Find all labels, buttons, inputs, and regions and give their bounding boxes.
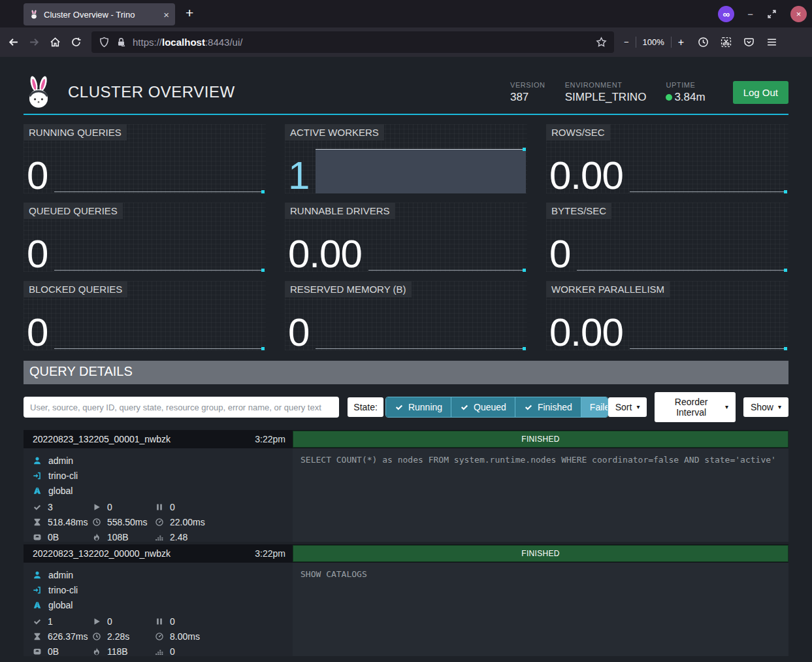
query-text[interactable]: SELECT COUNT(*) as nodes FROM system.run… — [293, 448, 788, 542]
chevron-down-icon: ▾ — [778, 404, 781, 410]
state-failed-dropdown[interactable]: Failed ▾ — [581, 397, 608, 417]
home-button[interactable] — [50, 37, 61, 48]
tab-title: Cluster Overview - Trino — [44, 10, 158, 20]
query-row: 20220823_132205_00001_nwbzk 3:22pm FINIS… — [24, 430, 788, 542]
query-time: 3:22pm — [255, 434, 285, 444]
panel-runnable-drivers: RUNNABLE DRIVERS 0.00 — [285, 203, 527, 272]
panel-label: ACTIVE WORKERS — [285, 124, 384, 141]
query-id-link[interactable]: 20220823_132202_00000_nwbzk — [33, 548, 171, 559]
window-restore-button[interactable] — [766, 8, 777, 20]
panel-label: ROWS/SEC — [546, 124, 610, 141]
panel-blocked-queries: BLOCKED QUERIES 0 — [24, 281, 266, 350]
sparkline — [316, 297, 527, 350]
running-splits-play-icon — [92, 503, 101, 512]
parallelism: 2.48 — [170, 532, 187, 542]
cumulative-memory-fire-icon — [92, 533, 101, 542]
environment-label: ENVIRONMENT — [565, 81, 647, 89]
panel-bytes-sec: BYTES/SEC 0 — [546, 203, 788, 272]
url-bar[interactable]: https://localhost:8443/ui/ — [91, 31, 614, 53]
resource-group-road-icon — [33, 601, 42, 610]
uptime-label: UPTIME — [666, 81, 705, 89]
panel-label: BYTES/SEC — [546, 203, 611, 219]
state-button-label: Queued — [474, 402, 506, 412]
query-resource-group: global — [48, 600, 73, 610]
state-queued-button[interactable]: Queued — [451, 397, 515, 417]
query-status-badge: FINISHED — [293, 431, 788, 448]
history-clock-icon[interactable] — [698, 37, 709, 48]
elapsed-time: 558.50ms — [107, 517, 147, 527]
panel-label: RUNNING QUERIES — [24, 124, 127, 141]
cumulative-memory-fire-icon — [92, 647, 101, 656]
wall-time-hourglass-icon — [33, 518, 42, 527]
panel-active-workers: ACTIVE WORKERS 1 — [285, 124, 527, 193]
queued-splits: 0 — [170, 502, 175, 512]
sparkline — [630, 297, 788, 350]
panel-worker-parallelism: WORKER PARALLELISM 0.00 — [546, 281, 788, 350]
show-dropdown[interactable]: Show ▾ — [743, 397, 788, 417]
source-signin-icon — [33, 471, 42, 480]
url-path: :8443/ui/ — [205, 37, 243, 48]
sort-dropdown[interactable]: Sort ▾ — [608, 397, 647, 417]
zoom-out-button[interactable]: − — [624, 37, 629, 47]
connection-lock-icon[interactable] — [116, 37, 127, 48]
wall-time: 626.37ms — [48, 631, 88, 642]
window-close-button[interactable]: × — [790, 6, 807, 22]
sparkline — [54, 219, 266, 272]
query-status-badge: FINISHED — [293, 545, 788, 562]
trino-page: CLUSTER OVERVIEW VERSION 387 ENVIRONMENT… — [0, 57, 812, 662]
resource-group-road-icon — [33, 486, 42, 495]
reorder-interval-dropdown[interactable]: Reorder Interval ▾ — [655, 392, 736, 422]
parallelism-chart-icon — [155, 533, 164, 542]
panel-queued-queries: QUEUED QUERIES 0 — [24, 203, 266, 272]
running-splits: 0 — [107, 616, 112, 627]
cpu-time: 8.00ms — [170, 631, 200, 642]
state-finished-button[interactable]: Finished — [515, 397, 581, 417]
screenshot-scissors-icon[interactable] — [721, 37, 732, 48]
forward-button[interactable] — [29, 37, 40, 48]
browser-navbar: https://localhost:8443/ui/ − 100% + — [0, 27, 812, 57]
query-time: 3:22pm — [255, 548, 285, 559]
window-minimize-button[interactable]: − — [747, 8, 753, 20]
stat-panels: RUNNING QUERIES 0 ACTIVE WORKERS 1 ROWS/… — [24, 124, 788, 350]
panel-value: 0.00 — [285, 237, 362, 272]
state-running-button[interactable]: Running — [386, 397, 451, 417]
current-memory: 0B — [48, 532, 59, 542]
panel-rows-sec: ROWS/SEC 0.00 — [546, 124, 788, 193]
version-block: VERSION 387 — [510, 81, 545, 104]
page-title: CLUSTER OVERVIEW — [68, 83, 235, 101]
app-header: CLUSTER OVERVIEW VERSION 387 ENVIRONMENT… — [24, 57, 788, 115]
bookmark-star-icon[interactable] — [596, 37, 607, 48]
zoom-level[interactable]: 100% — [643, 37, 664, 47]
check-icon — [460, 403, 469, 412]
menu-hamburger-icon[interactable] — [766, 37, 777, 48]
tracking-shield-icon[interactable] — [99, 37, 110, 48]
uptime-value: 3.84m — [674, 91, 705, 103]
browser-tab[interactable]: Cluster Overview - Trino × — [24, 3, 175, 25]
state-button-label: Running — [408, 402, 442, 412]
panel-running-queries: RUNNING QUERIES 0 — [24, 124, 266, 193]
elapsed-time: 2.28s — [107, 631, 129, 642]
check-icon — [524, 403, 533, 412]
logout-button[interactable]: Log Out — [733, 81, 788, 104]
query-text[interactable]: SHOW CATALOGS — [293, 563, 788, 656]
new-tab-button[interactable]: + — [186, 5, 193, 21]
query-id-link[interactable]: 20220823_132205_00001_nwbzk — [33, 434, 171, 444]
tab-close-icon[interactable]: × — [163, 9, 169, 20]
reload-button[interactable] — [71, 37, 82, 48]
sparkline — [630, 141, 788, 193]
current-memory-scale-icon — [33, 647, 42, 656]
sparkline — [577, 219, 788, 272]
sparkline — [368, 219, 527, 272]
zoom-in-button[interactable]: + — [678, 37, 684, 48]
panel-value: 0 — [24, 237, 48, 272]
back-button[interactable] — [8, 37, 19, 48]
version-label: VERSION — [510, 81, 545, 89]
query-search-input[interactable] — [24, 397, 339, 418]
pocket-icon[interactable] — [743, 37, 755, 48]
state-filter-label: State: — [348, 397, 383, 417]
cumulative-memory: 108B — [107, 532, 129, 542]
parallelism: 0 — [170, 646, 175, 657]
query-user: admin — [48, 455, 73, 466]
trino-favicon-icon — [29, 10, 39, 19]
panel-value: 0.00 — [546, 159, 623, 193]
